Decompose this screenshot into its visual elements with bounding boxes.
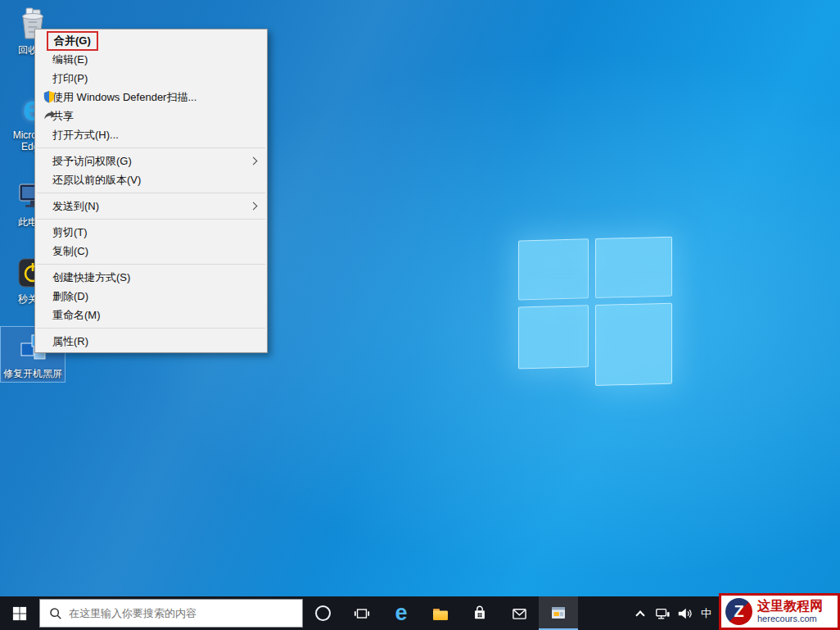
tray-network[interactable] — [651, 596, 673, 630]
menu-separator — [37, 219, 265, 220]
menu-item-give-access[interactable]: 授予访问权限(G) — [35, 152, 267, 170]
mail-button[interactable] — [499, 596, 539, 630]
submenu-chevron-icon — [250, 202, 258, 211]
taskbar-search[interactable] — [39, 599, 303, 628]
search-icon — [48, 606, 62, 620]
windows-logo-pane — [518, 238, 589, 300]
menu-item-merge[interactable]: 合并(G) — [35, 31, 267, 50]
store-icon — [472, 605, 488, 622]
tray-chevron-icon — [635, 610, 644, 619]
windows-logo-pane — [595, 303, 672, 386]
store-button[interactable] — [460, 596, 499, 630]
menu-item-send-to[interactable]: 发送到(N) — [35, 197, 267, 215]
submenu-chevron-icon — [250, 157, 258, 165]
windows-logo-pane — [595, 237, 672, 298]
edge-taskbar-button[interactable]: e — [382, 596, 421, 630]
menu-separator — [37, 193, 265, 193]
menu-item-properties[interactable]: 属性(R) — [35, 332, 267, 351]
context-menu: 合并(G) 编辑(E) 打印(P) 使用 Windows Defender扫描.… — [34, 29, 268, 353]
watermark-site-url: herecours.com — [757, 614, 823, 624]
edge-taskbar-icon: e — [395, 602, 407, 624]
watermark-text: 这里教程网 herecours.com — [757, 599, 823, 624]
start-icon — [12, 606, 27, 621]
site-watermark: Z 这里教程网 herecours.com — [719, 593, 840, 630]
share-icon — [43, 109, 56, 122]
menu-item-defender-scan[interactable]: 使用 Windows Defender扫描... — [35, 88, 267, 107]
menu-item-copy[interactable]: 复制(C) — [35, 242, 267, 261]
desktop-icon-label: 修复开机黑屏 — [3, 368, 62, 379]
menu-item-create-shortcut[interactable]: 创建快捷方式(S) — [35, 268, 267, 287]
watermark-logo: Z — [725, 598, 752, 625]
cortana-button[interactable] — [303, 596, 342, 630]
open-window-icon — [549, 605, 567, 621]
mail-icon — [511, 606, 528, 621]
start-button[interactable] — [0, 596, 39, 630]
menu-item-delete[interactable]: 删除(D) — [35, 287, 267, 306]
taskbar: e — [0, 596, 840, 630]
tray-ime-indicator[interactable]: 中 — [695, 596, 717, 630]
windows-logo — [518, 236, 675, 396]
file-explorer-icon — [431, 605, 449, 622]
menu-item-rename[interactable]: 重命名(M) — [35, 306, 267, 324]
annotation-box: 合并(G) — [47, 31, 98, 51]
cortana-icon — [315, 605, 331, 621]
menu-item-share[interactable]: 共享 — [35, 107, 267, 125]
menu-item-edit[interactable]: 编辑(E) — [35, 50, 267, 69]
search-input[interactable] — [69, 607, 294, 619]
volume-icon — [676, 606, 693, 621]
menu-item-open-with[interactable]: 打开方式(H)... — [35, 125, 267, 144]
open-app-window-button[interactable] — [539, 596, 578, 630]
menu-item-cut[interactable]: 剪切(T) — [35, 223, 267, 242]
menu-separator — [37, 328, 265, 329]
desktop: 回收站 e Microsoft Edge 此电脑 秒关机 — [0, 0, 840, 596]
task-view-icon — [354, 605, 370, 622]
task-view-button[interactable] — [342, 596, 382, 630]
menu-separator — [37, 147, 265, 148]
tray-volume[interactable] — [673, 596, 695, 630]
menu-item-print[interactable]: 打印(P) — [35, 69, 267, 88]
menu-separator — [37, 264, 265, 265]
watermark-site-name: 这里教程网 — [757, 599, 823, 614]
tray-show-hidden-icons[interactable] — [629, 596, 651, 630]
network-icon — [654, 606, 671, 621]
file-explorer-button[interactable] — [421, 596, 460, 630]
defender-shield-icon — [43, 90, 56, 103]
menu-item-restore-previous-versions[interactable]: 还原以前的版本(V) — [35, 170, 267, 189]
windows-logo-pane — [518, 305, 589, 369]
